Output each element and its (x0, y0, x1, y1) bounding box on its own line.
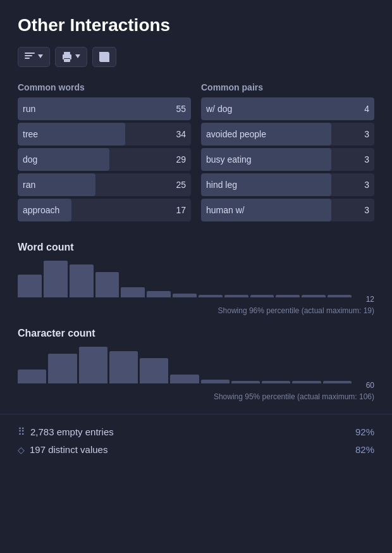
svg-rect-7 (64, 59, 70, 62)
empty-entries-pct: 92% (355, 426, 374, 437)
histogram-bar (147, 291, 171, 297)
svg-rect-4 (64, 52, 70, 54)
word-count-section: Word count 12 Showing 96% percentile (ac… (18, 242, 374, 315)
word-row: tree34 (18, 123, 191, 146)
histogram-bar (302, 295, 326, 297)
histogram-bar (170, 375, 199, 384)
word-row: approach17 (18, 199, 191, 221)
pair-row: human w/3 (201, 199, 374, 221)
word-label: ran (23, 180, 176, 190)
pair-label: avoided people (206, 129, 364, 139)
pair-label: human w/ (206, 205, 364, 215)
filter-button[interactable] (18, 47, 50, 67)
common-pairs-list: w/ dog4avoided people3busy eating3hind l… (201, 97, 374, 221)
word-count-value: 17 (176, 205, 186, 215)
word-count-note: Showing 96% percentile (actual maximum: … (18, 306, 374, 315)
expand-button[interactable] (92, 47, 116, 67)
histogram-bar (224, 295, 248, 297)
word-label: run (23, 104, 176, 114)
svg-rect-0 (25, 53, 35, 54)
distinct-values-row: ◇ 197 distinct values 82% (18, 444, 374, 455)
pair-row: busy eating3 (201, 148, 374, 171)
svg-rect-1 (25, 55, 32, 56)
histogram-bar (199, 295, 223, 297)
histogram-bar (323, 381, 352, 383)
empty-entries-row: ⠿ 2,783 empty entries 92% (18, 426, 374, 438)
pair-count-value: 3 (364, 180, 369, 190)
word-row: dog29 (18, 148, 191, 171)
histogram-bar (70, 264, 94, 297)
char-count-note: Showing 95% percentile (actual maximum: … (18, 392, 374, 401)
histogram-bar (44, 261, 68, 297)
footer: ⠿ 2,783 empty entries 92% ◇ 197 distinct… (0, 414, 392, 466)
word-count-max: 12 (366, 295, 374, 304)
pair-count-value: 3 (364, 129, 369, 139)
histogram-bar (18, 275, 42, 297)
word-count-value: 29 (176, 154, 186, 165)
pair-count-value: 3 (364, 205, 369, 215)
word-row: run55 (18, 97, 191, 120)
pair-label: hind leg (206, 180, 364, 190)
histogram-bar (109, 351, 138, 383)
histogram-bar (79, 347, 107, 383)
distinct-values-pct: 82% (355, 444, 374, 455)
pair-count-value: 3 (364, 154, 369, 165)
pair-row: avoided people3 (201, 123, 374, 146)
histogram-bar (95, 272, 119, 297)
histogram-bar (250, 295, 274, 297)
distinct-values-label: 197 distinct values (30, 444, 107, 455)
word-count-value: 55 (176, 104, 186, 114)
word-label: tree (23, 129, 176, 139)
print-button[interactable] (55, 47, 87, 67)
common-words-list: run55tree34dog29ran25approach17 (18, 97, 191, 221)
words-pairs-section: Common words run55tree34dog29ran25approa… (18, 82, 374, 224)
word-label: dog (23, 154, 176, 165)
svg-marker-3 (38, 54, 43, 58)
histogram-bar (173, 294, 197, 297)
histogram-bar (140, 358, 168, 383)
common-pairs-col: Common pairs w/ dog4avoided people3busy … (201, 82, 374, 224)
histogram-bar (292, 381, 321, 383)
histogram-bar (121, 287, 145, 297)
histogram-bar (48, 354, 77, 383)
common-words-col: Common words run55tree34dog29ran25approa… (18, 82, 191, 224)
histogram-bar (328, 295, 352, 297)
word-count-histogram: 12 (18, 259, 374, 304)
svg-rect-2 (25, 58, 30, 59)
pair-row: w/ dog4 (201, 97, 374, 120)
word-count-title: Word count (18, 242, 374, 253)
word-row: ran25 (18, 173, 191, 196)
dots-icon: ⠿ (18, 426, 25, 438)
page-title: Other Interactions (18, 15, 374, 35)
word-label: approach (23, 205, 176, 215)
histogram-bar (201, 380, 230, 383)
pair-row: hind leg3 (201, 173, 374, 196)
pair-count-value: 4 (364, 104, 369, 114)
char-count-title: Character count (18, 328, 374, 339)
common-pairs-header: Common pairs (201, 82, 374, 92)
empty-entries-label: 2,783 empty entries (30, 426, 114, 437)
diamond-icon: ◇ (18, 445, 25, 455)
char-count-section: Character count 60 Showing 95% percentil… (18, 328, 374, 401)
char-count-max: 60 (366, 381, 374, 390)
histogram-bar (231, 381, 260, 383)
word-count-value: 34 (176, 129, 186, 139)
histogram-bar (276, 295, 300, 297)
toolbar (18, 47, 374, 67)
svg-marker-8 (75, 54, 80, 58)
word-count-value: 25 (176, 180, 186, 190)
pair-label: w/ dog (206, 104, 364, 114)
char-count-histogram: 60 (18, 345, 374, 390)
histogram-bar (262, 381, 290, 383)
histogram-bar (18, 370, 46, 383)
pair-label: busy eating (206, 154, 364, 165)
common-words-header: Common words (18, 82, 191, 92)
